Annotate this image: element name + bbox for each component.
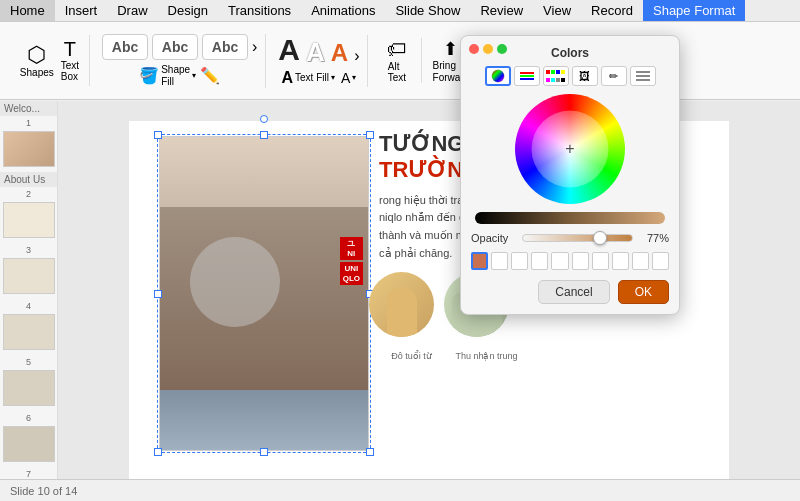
slide-item-6[interactable]: 6 <box>0 411 57 467</box>
textbox-button[interactable]: T TextBox <box>59 37 81 84</box>
menu-draw[interactable]: Draw <box>107 0 157 21</box>
textbox-icon: T <box>64 39 76 59</box>
color-crosshair[interactable] <box>562 141 578 157</box>
swatch-active[interactable] <box>471 252 488 270</box>
dropdown-arrow-icon: ▾ <box>192 71 196 80</box>
lightness-bar[interactable] <box>475 212 665 224</box>
color-sliders-tab[interactable] <box>514 66 540 86</box>
text-a-medium[interactable]: A <box>306 39 325 65</box>
menu-shape-format[interactable]: Shape Format <box>643 0 745 21</box>
menu-animations[interactable]: Animations <box>301 0 385 21</box>
swatch-8[interactable] <box>632 252 649 270</box>
ok-button[interactable]: OK <box>618 280 669 304</box>
swatch-1[interactable] <box>491 252 508 270</box>
person-image-1 <box>369 272 434 337</box>
text-a-large[interactable]: A <box>278 35 300 65</box>
text-a-colored[interactable]: A <box>331 41 348 65</box>
uniqlo-box-1: ユ NI <box>340 237 363 260</box>
slide-thumb-5[interactable] <box>3 370 55 406</box>
slide-number-5: 5 <box>0 357 57 367</box>
ribbon-group-shapes: ⬡ Shapes T TextBox <box>10 35 90 86</box>
slide-item-1[interactable]: 1 <box>0 116 57 172</box>
slide-number-1: 1 <box>0 118 57 128</box>
slide-number-3: 3 <box>0 245 57 255</box>
abc-btn-3[interactable]: Abc <box>202 34 248 60</box>
color-wheel-tab[interactable] <box>485 66 511 86</box>
slide-item-3[interactable]: 3 <box>0 243 57 299</box>
opacity-slider[interactable] <box>522 234 633 242</box>
slide-thumb-6[interactable] <box>3 426 55 462</box>
menu-transitions[interactable]: Transitions <box>218 0 301 21</box>
sidebar-section-welco: Welco... <box>0 101 57 116</box>
swatch-2[interactable] <box>511 252 528 270</box>
menu-home[interactable]: Home <box>0 0 55 21</box>
opacity-value: 77% <box>639 232 669 244</box>
alt-text-icon: 🏷 <box>387 38 407 61</box>
slide-item-2[interactable]: 2 <box>0 187 57 243</box>
shapes-label: Shapes <box>20 67 54 78</box>
swatch-9[interactable] <box>652 252 669 270</box>
color-wheel-container[interactable] <box>471 94 669 204</box>
slide-number-4: 4 <box>0 301 57 311</box>
uniqlo-sign: ユ NI UNI QLO <box>340 237 363 285</box>
swatches-row <box>471 252 669 270</box>
rotate-handle[interactable] <box>260 115 268 123</box>
color-wheel-icon <box>491 69 505 83</box>
slide-number-6: 6 <box>0 413 57 423</box>
textbox-label: TextBox <box>61 60 79 82</box>
abc-more-btn[interactable]: › <box>252 34 257 60</box>
menu-insert[interactable]: Insert <box>55 0 108 21</box>
menu-slideshow[interactable]: Slide Show <box>385 0 470 21</box>
caption-1: Đô tuổi từ <box>379 351 444 361</box>
color-grid-tab[interactable] <box>543 66 569 86</box>
circle-overlay <box>190 237 280 327</box>
text-fill-arrow-icon: ▾ <box>331 73 335 82</box>
slide-image[interactable]: ユ NI UNI QLO <box>159 136 369 451</box>
slide-info: Slide 10 of 14 <box>10 485 77 497</box>
slide-item-5[interactable]: 5 <box>0 355 57 411</box>
shape-fill-btn[interactable]: 🪣 ShapeFill ▾ <box>139 64 196 88</box>
shapes-buttons-row: ⬡ Shapes T TextBox <box>18 37 81 84</box>
color-wheel[interactable] <box>515 94 625 204</box>
store-front <box>160 137 368 217</box>
svg-point-1 <box>492 70 504 82</box>
color-list-tab[interactable] <box>630 66 656 86</box>
swatch-4[interactable] <box>551 252 568 270</box>
slide-thumb-2[interactable] <box>3 202 55 238</box>
swatch-3[interactable] <box>531 252 548 270</box>
menu-design[interactable]: Design <box>158 0 218 21</box>
abc-btn-2[interactable]: Abc <box>152 34 198 60</box>
color-image-tab[interactable]: 🖼 <box>572 66 598 86</box>
text-more-btn[interactable]: › <box>354 47 359 65</box>
close-btn[interactable] <box>469 44 479 54</box>
ribbon: ⬡ Shapes T TextBox Abc Abc Abc › 🪣 Shape… <box>0 22 800 100</box>
swatch-5[interactable] <box>572 252 589 270</box>
maximize-btn[interactable] <box>497 44 507 54</box>
cancel-button[interactable]: Cancel <box>538 280 609 304</box>
slide-thumb-3[interactable] <box>3 258 55 294</box>
menu-record[interactable]: Record <box>581 0 643 21</box>
slide-item-4[interactable]: 4 <box>0 299 57 355</box>
swatch-6[interactable] <box>592 252 609 270</box>
slide-thumb-4[interactable] <box>3 314 55 350</box>
opacity-row: Opacity 77% <box>471 232 669 244</box>
abc-btn-1[interactable]: Abc <box>102 34 148 60</box>
menu-bar: Home Insert Draw Design Transitions Anim… <box>0 0 800 22</box>
text-outline-btn[interactable]: A ▾ <box>341 70 356 86</box>
text-fill-btn[interactable]: A Text Fill ▾ <box>281 69 334 87</box>
colors-popup: Colors <box>460 35 680 315</box>
alt-text-btn[interactable]: 🏷 AltText <box>387 38 407 83</box>
ribbon-group-alt: 🏷 AltText <box>372 38 422 83</box>
edit-points-btn[interactable]: ✏️ <box>200 66 220 85</box>
opacity-thumb[interactable] <box>593 231 607 245</box>
color-pencil-tab[interactable]: ✏ <box>601 66 627 86</box>
slide-thumb-1[interactable] <box>3 131 55 167</box>
menu-view[interactable]: View <box>533 0 581 21</box>
menu-review[interactable]: Review <box>470 0 533 21</box>
shapes-button[interactable]: ⬡ Shapes <box>18 42 56 80</box>
minimize-btn[interactable] <box>483 44 493 54</box>
swatch-7[interactable] <box>612 252 629 270</box>
caption-2: Thu nhận trung <box>454 351 519 361</box>
car-area <box>160 390 368 450</box>
text-fill-label: Text Fill <box>295 72 329 84</box>
